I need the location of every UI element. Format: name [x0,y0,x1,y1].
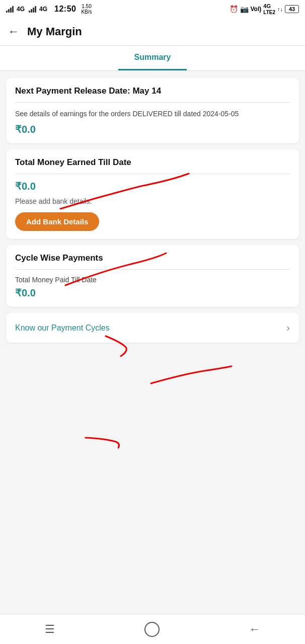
lte-label: 4GLTE2 [263,3,275,15]
status-bar: 4G 4G 12:50 1.50KB/s ⏰ 📷 Vol) 4GLTE2 ↑↓ … [0,0,305,18]
signal-arrow-icon: ↑↓ [277,6,283,12]
total-earned-title: Total Money Earned Till Date [15,157,290,174]
total-earned-amount: ₹0.0 [15,180,290,192]
tab-summary[interactable]: Summary [118,46,187,70]
signal-icon-2 [29,6,36,13]
data-speed: 1.50KB/s [81,4,92,15]
cycle-paid-label: Total Money Paid Till Date [15,276,290,284]
volume-icon: Vol) [251,6,262,13]
nav-back-button[interactable]: ← [249,623,260,636]
add-bank-details-button[interactable]: Add Bank Details [15,212,99,231]
time-display: 12:50 [54,5,76,14]
alarm-icon: ⏰ [230,5,238,13]
cycle-paid-amount: ₹0.0 [15,287,290,299]
payment-cycles-label: Know our Payment Cycles [15,324,110,333]
network-label-2: 4G [39,6,47,13]
status-left: 4G 4G 12:50 1.50KB/s [6,4,92,15]
battery-indicator: 43 [285,5,299,13]
home-button[interactable] [144,622,160,637]
cycle-wise-card: Cycle Wise Payments Total Money Paid Til… [6,245,299,307]
bank-note-text: Please add bank details. [15,197,290,205]
screenshot-icon: 📷 [240,5,249,13]
signal-icon-1 [6,6,14,13]
menu-icon[interactable]: ☰ [45,623,55,636]
chevron-right-icon: › [286,322,290,334]
payment-cycles-row[interactable]: Know our Payment Cycles › [6,313,299,343]
back-button[interactable]: ← [8,25,19,38]
next-payment-title: Next Payment Release Date: May 14 [15,86,290,103]
cycle-wise-title: Cycle Wise Payments [15,253,290,270]
bottom-navigation: ☰ ← [0,614,305,644]
tab-bar: Summary [0,46,305,71]
next-payment-card: Next Payment Release Date: May 14 See de… [6,78,299,143]
status-right: ⏰ 📷 Vol) 4GLTE2 ↑↓ 43 [230,3,299,15]
total-earned-card: Total Money Earned Till Date ₹0.0 Please… [6,149,299,239]
network-label-1: 4G [17,6,25,13]
page-header: ← My Margin [0,18,305,46]
next-payment-amount: ₹0.0 [15,123,290,135]
main-content: Next Payment Release Date: May 14 See de… [0,71,305,350]
next-payment-description: See details of earnings for the orders D… [15,109,290,119]
page-title: My Margin [27,25,82,38]
